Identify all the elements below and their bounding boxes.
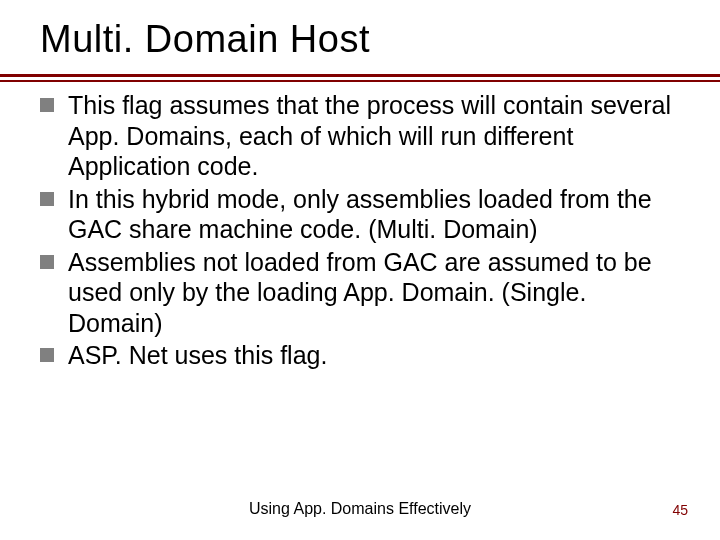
bullet-item: Assemblies not loaded from GAC are assum… bbox=[40, 247, 680, 339]
bullet-item: In this hybrid mode, only assemblies loa… bbox=[40, 184, 680, 245]
slide-title: Multi. Domain Host bbox=[40, 18, 370, 61]
square-bullet-icon bbox=[40, 98, 54, 112]
bullet-item: ASP. Net uses this flag. bbox=[40, 340, 680, 371]
bullet-item: This flag assumes that the process will … bbox=[40, 90, 680, 182]
bullet-text: This flag assumes that the process will … bbox=[68, 91, 671, 180]
square-bullet-icon bbox=[40, 255, 54, 269]
page-number: 45 bbox=[672, 502, 688, 518]
bullet-text: In this hybrid mode, only assemblies loa… bbox=[68, 185, 652, 244]
square-bullet-icon bbox=[40, 192, 54, 206]
body-text: This flag assumes that the process will … bbox=[40, 90, 680, 373]
slide: Multi. Domain Host This flag assumes tha… bbox=[0, 0, 720, 540]
bullet-text: Assemblies not loaded from GAC are assum… bbox=[68, 248, 652, 337]
footer-caption: Using App. Domains Effectively bbox=[0, 500, 720, 518]
bullet-text: ASP. Net uses this flag. bbox=[68, 341, 327, 369]
square-bullet-icon bbox=[40, 348, 54, 362]
